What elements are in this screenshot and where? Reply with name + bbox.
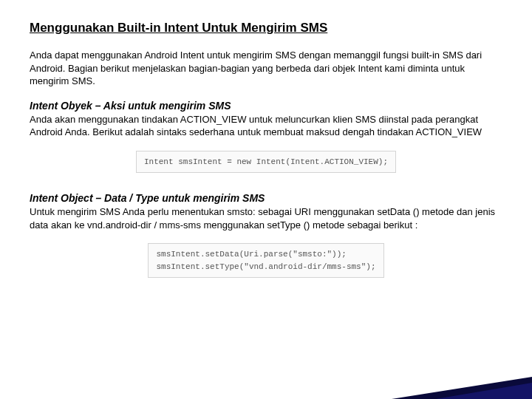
section2-body: Untuk mengirim SMS Anda perlu menentukan…: [30, 205, 502, 231]
document-page: Menggunakan Built-in Intent Untuk Mengir…: [0, 0, 532, 312]
page-title: Menggunakan Built-in Intent Untuk Mengir…: [30, 21, 502, 35]
code-block-1: Intent smsIntent = new Intent(Intent.ACT…: [136, 151, 396, 174]
section2-heading: Intent Object – Data / Type untuk mengir…: [30, 192, 502, 204]
section1-body: Anda akan menggunakan tindakan ACTION_VI…: [30, 113, 502, 139]
intro-paragraph: Anda dapat menggunakan Android Intent un…: [30, 49, 502, 88]
section1-heading: Intent Obyek – Aksi untuk mengirim SMS: [30, 100, 502, 112]
corner-decoration-inner: [436, 383, 532, 399]
code-block-2: smsIntent.setData(Uri.parse("smsto:")); …: [148, 243, 383, 278]
code-block-1-wrap: Intent smsIntent = new Intent(Intent.ACT…: [30, 151, 502, 174]
code-block-2-wrap: smsIntent.setData(Uri.parse("smsto:")); …: [30, 243, 502, 278]
